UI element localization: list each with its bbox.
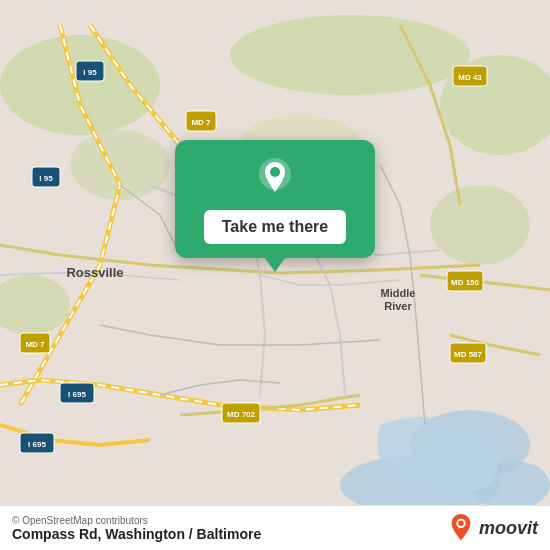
osm-credit: © OpenStreetMap contributors (12, 515, 261, 526)
svg-text:I 695: I 695 (68, 390, 86, 399)
map-background: I 95 I 95 MD 7 MD 43 MD 150 MD 587 MD 7 … (0, 0, 550, 550)
svg-text:I 695: I 695 (28, 440, 46, 449)
svg-text:Rossville: Rossville (66, 265, 123, 280)
moovit-pin-icon (447, 514, 475, 542)
map-container: I 95 I 95 MD 7 MD 43 MD 150 MD 587 MD 7 … (0, 0, 550, 550)
take-me-there-button[interactable]: Take me there (204, 210, 346, 244)
svg-point-35 (270, 167, 280, 177)
svg-text:MD 7: MD 7 (25, 340, 45, 349)
svg-text:River: River (384, 300, 412, 312)
svg-text:MD 702: MD 702 (227, 410, 256, 419)
location-label: Compass Rd, Washington / Baltimore (12, 526, 261, 542)
svg-text:I 95: I 95 (83, 68, 97, 77)
svg-text:MD 7: MD 7 (191, 118, 211, 127)
moovit-brand-text: moovit (479, 518, 538, 539)
bottom-left: © OpenStreetMap contributors Compass Rd,… (12, 515, 261, 542)
svg-text:MD 150: MD 150 (451, 278, 480, 287)
bottom-bar: © OpenStreetMap contributors Compass Rd,… (0, 505, 550, 550)
svg-point-1 (0, 35, 160, 135)
svg-text:Middle: Middle (381, 287, 416, 299)
popup-card: Take me there (175, 140, 375, 258)
svg-point-4 (430, 185, 530, 265)
svg-point-2 (230, 15, 470, 95)
svg-point-37 (458, 521, 463, 526)
svg-text:MD 587: MD 587 (454, 350, 483, 359)
svg-text:MD 43: MD 43 (458, 73, 482, 82)
location-pin-icon (253, 156, 297, 200)
moovit-logo: moovit (447, 514, 538, 542)
svg-text:I 95: I 95 (39, 174, 53, 183)
